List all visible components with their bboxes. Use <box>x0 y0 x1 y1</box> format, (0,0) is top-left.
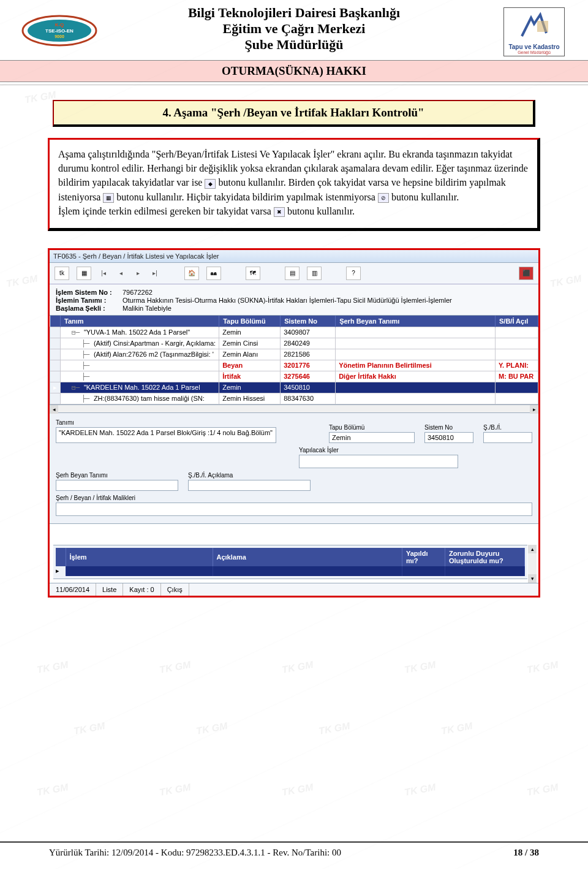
desc-text: butonu kullanılır. <box>391 192 459 202</box>
rule <box>0 85 588 85</box>
delete-icon: ✖ <box>274 207 285 217</box>
notify-none-icon: ⊘ <box>378 193 389 203</box>
tool-btn-1[interactable]: 🏠 <box>184 267 199 280</box>
sub-grid[interactable]: İşlem Açıklama Yapıldı mı? Zorunlu Duyur… <box>56 548 525 576</box>
footer-left: Yürürlük Tarihi: 12/09/2014 - Kodu: 9729… <box>49 848 341 858</box>
malikleri-label: Şerh / Beyan / İrtifak Malikleri <box>56 495 532 501</box>
scroll-down-icon[interactable]: ▾ <box>528 574 537 583</box>
app-window: TF0635 - Şerh / Beyan / İrtifak Listesi … <box>48 248 540 598</box>
tool-btn-5[interactable]: ▥ <box>307 267 322 280</box>
svg-text:9000: 9000 <box>55 34 64 39</box>
tapu-bolumu-label: Tapu Bölümü <box>329 424 415 431</box>
islem-tanim-label: İşlemin Tanımı : <box>56 297 120 304</box>
desc-text: butonu kullanılır. <box>287 206 355 216</box>
serh-beyan-field[interactable] <box>56 480 178 491</box>
tk-badge-title: Tapu ve Kadastro <box>507 44 562 50</box>
process-info: İşlem Sistem No : 79672262 İşlemin Tanım… <box>50 284 538 316</box>
tk-badge-sub: Genel Müdürlüğü <box>507 50 562 55</box>
desc-text: İşlem içinde terkin edilmesi gereken bir… <box>58 206 274 216</box>
status-kayit: Kayıt : 0 <box>123 583 160 596</box>
main-grid[interactable]: Tanım Tapu Bölümü Sistem No Şerh Beyan T… <box>50 316 538 404</box>
logo-button[interactable]: tk <box>55 267 69 280</box>
grid-row[interactable]: ▸⊟─ "KARDELEN Mah. 15022 Ada 1 ParselZem… <box>50 382 538 393</box>
col-serh[interactable]: Şerh Beyan Tanımı <box>336 316 496 327</box>
aciklama-field[interactable] <box>188 480 311 491</box>
scroll-left-icon[interactable]: ◂ <box>50 405 58 414</box>
sbi-field[interactable] <box>483 432 532 443</box>
tanimi-field[interactable]: "KARDELEN Mah. 15022 Ada 1 Parsel Blok/G… <box>56 427 276 443</box>
doc-header: K-Q TSE-ISO-EN 9000 Tapu ve Kadastro Gen… <box>0 0 588 55</box>
svg-rect-5 <box>537 21 548 32</box>
horizontal-scrollbar[interactable]: ◂ ▸ <box>50 404 538 413</box>
desc-text: butonu kullanılır. Hiçbir takyidata bild… <box>116 192 378 202</box>
vertical-scrollbar[interactable]: ▴ ▾ <box>528 545 537 583</box>
col-bolum[interactable]: Tapu Bölümü <box>219 316 281 327</box>
baslama-label: Başlama Şekli : <box>56 305 120 312</box>
grid-row[interactable]: ├─ İrtifak3275646Diğer İrtifak HakkıM: B… <box>50 371 538 382</box>
nav-last-button[interactable]: ▸| <box>150 268 160 278</box>
nav-first-button[interactable]: |◂ <box>99 268 108 278</box>
tk-badge-right: Tapu ve Kadastro Genel Müdürlüğü <box>503 7 565 56</box>
nav-next-button[interactable]: ▸ <box>133 268 143 278</box>
islem-tanim-value: Oturma Hakkının Tesisi-Oturma Hakkı (SÜK… <box>123 297 452 304</box>
grid-row[interactable]: ├─ (Aktif) Alan:27626 m2 (TaşınmazBilgis… <box>50 349 538 360</box>
aciklama-label: Ş./B./İ. Açıklama <box>188 472 311 479</box>
notify-single-icon: ◆ <box>205 179 216 189</box>
scroll-up-icon[interactable]: ▴ <box>528 545 537 553</box>
sistem-no-value: 79672262 <box>123 289 153 296</box>
tool-btn-2[interactable]: 🏘 <box>206 267 221 280</box>
baslama-value: Malikin Talebiyle <box>123 305 172 312</box>
sistem-no-label: İşlem Sistem No : <box>56 289 120 296</box>
grid-row[interactable]: ├─ Beyan3201776Yönetim Planının Belirtil… <box>50 360 538 371</box>
sub-col-islem[interactable]: İşlem <box>66 548 213 566</box>
sbi-label: Ş./B./İ. <box>483 424 532 431</box>
subgrid-wrap: İşlem Açıklama Yapıldı mı? Zorunlu Duyur… <box>53 545 527 579</box>
grid-header-row: Tanım Tapu Bölümü Sistem No Şerh Beyan T… <box>50 316 538 327</box>
tool-btn-4[interactable]: ▤ <box>285 267 300 280</box>
yapilacak-label: Yapılacak İşler <box>299 447 532 453</box>
svg-text:K-Q: K-Q <box>55 22 64 28</box>
window-title-bar: TF0635 - Şerh / Beyan / İrtifak Listesi … <box>50 250 538 263</box>
detail-sistem-no-label: Sistem No <box>424 424 473 431</box>
detail-sistem-no-field[interactable]: 3450810 <box>424 432 473 443</box>
page-footer: Yürürlük Tarihi: 12/09/2014 - Kodu: 9729… <box>0 841 588 858</box>
calendar-button[interactable]: ▦ <box>77 267 91 280</box>
sub-col-yapildi[interactable]: Yapıldı mı? <box>402 548 445 566</box>
grid-row[interactable]: ├─ (Aktif) Cinsi:Apartman - Kargir, Açık… <box>50 338 538 349</box>
help-button[interactable]: ? <box>346 267 361 280</box>
col-tanim[interactable]: Tanım <box>61 316 219 327</box>
tapu-bolumu-field[interactable]: Zemin <box>329 432 415 443</box>
description-box: Aşama çalıştırıldığında "Şerh/Beyan/İrti… <box>48 138 540 231</box>
sub-col-zorunlu[interactable]: Zorunlu Duyuru Oluşturuldu mu? <box>445 548 525 566</box>
tanimi-label: Tanımı <box>56 419 319 426</box>
notify-all-icon: ▦ <box>103 193 114 203</box>
tool-btn-3[interactable]: 🗺 <box>246 267 260 280</box>
col-sistem[interactable]: Sistem No <box>281 316 336 327</box>
yapilacak-field[interactable] <box>299 455 458 468</box>
col-sbi[interactable]: S/B/İ Açıl <box>496 316 538 327</box>
grid-row[interactable]: ├─ ZH:(88347630) tam hisse maliği (SN:Ze… <box>50 393 538 404</box>
sub-row-selected[interactable]: ▸ <box>56 566 525 576</box>
status-mode: Liste <box>96 583 123 596</box>
malikleri-field[interactable] <box>56 503 532 516</box>
exit-button[interactable]: ⬛ <box>519 267 533 280</box>
exit-link[interactable]: Çıkış <box>161 583 189 596</box>
scroll-right-icon[interactable]: ▸ <box>530 405 538 414</box>
status-bar: 11/06/2014 Liste Kayıt : 0 Çıkış <box>50 583 538 596</box>
grid-row[interactable]: ⊟─ "YUVA-1 Mah. 15022 Ada 1 Parsel"Zemin… <box>50 327 538 338</box>
sub-col-aciklama[interactable]: Açıklama <box>213 548 402 566</box>
svg-text:TSE-ISO-EN: TSE-ISO-EN <box>45 28 74 34</box>
serh-beyan-label: Şerh Beyan Tanımı <box>56 472 178 479</box>
iso-badge-left: K-Q TSE-ISO-EN 9000 <box>18 12 101 49</box>
toolbar: tk ▦ |◂ ◂ ▸ ▸| 🏠 🏘 🗺 ▤ ▥ ? ⬛ <box>50 263 538 284</box>
section-title-bar: OTURMA(SÜKNA) HAKKI <box>0 60 588 82</box>
footer-page: 18 / 38 <box>513 848 539 858</box>
stage-title-box: 4. Aşama "Şerh /Beyan ve İrtifak Hakları… <box>53 100 535 127</box>
detail-pane: Tanımı "KARDELEN Mah. 15022 Ada 1 Parsel… <box>50 413 538 524</box>
nav-prev-button[interactable]: ◂ <box>116 268 126 278</box>
status-date: 11/06/2014 <box>50 583 96 596</box>
